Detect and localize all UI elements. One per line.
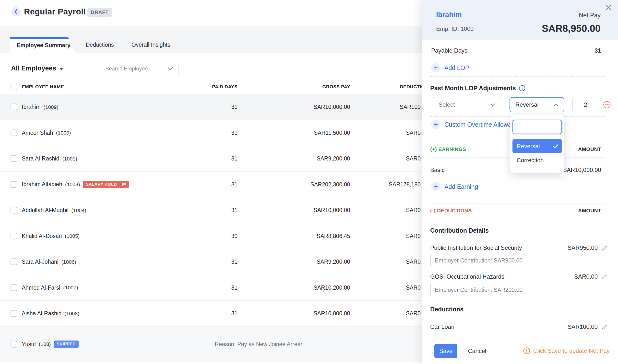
tab-overall-insights[interactable]: Overall Insights bbox=[132, 42, 170, 48]
row-checkbox[interactable] bbox=[11, 181, 17, 188]
row-checkbox[interactable] bbox=[11, 233, 17, 239]
chevron-up-icon bbox=[553, 103, 558, 106]
custom-overtime-button[interactable]: Custom Overtime Allowance bbox=[431, 120, 521, 129]
add-lop-button[interactable]: Add LOP bbox=[431, 63, 469, 72]
save-warning-text: Click Save to update Net Pay bbox=[533, 347, 610, 354]
row-checkbox[interactable] bbox=[11, 341, 17, 348]
divider bbox=[430, 76, 605, 77]
table-row[interactable]: Aisha Al-Rashid(1008) 31 SAR10,000.00 SA… bbox=[0, 301, 422, 326]
deductions-cell: SAR178,180 bbox=[389, 181, 421, 188]
table-row[interactable]: Ibrahim Alfaqieh(1003)SALARY HOLD 31 SAR… bbox=[0, 172, 422, 198]
edit-amount-button[interactable] bbox=[601, 244, 608, 251]
employee-name-cell[interactable]: Ahmed Al-Farsi(1007) bbox=[22, 284, 78, 291]
search-employee-select[interactable]: Search Employee bbox=[100, 61, 178, 76]
adjustment-type-select[interactable]: Reversal bbox=[510, 97, 564, 112]
save-button[interactable]: Save bbox=[434, 344, 457, 358]
employee-name-cell[interactable]: Ameer Shah(1000) bbox=[22, 130, 71, 136]
edit-amount-button[interactable] bbox=[601, 323, 608, 330]
deductions-cell: SAR0 bbox=[406, 259, 421, 265]
check-icon bbox=[553, 144, 558, 148]
deductions-cell: SAR100 bbox=[400, 104, 421, 110]
contribution-row-label: Public Institution for Social Security bbox=[430, 244, 522, 251]
gross-pay-cell: SAR11,500.00 bbox=[314, 130, 350, 136]
contribution-row-amount: SAR950.00 bbox=[567, 244, 598, 251]
employee-filter-dropdown[interactable]: All Employees bbox=[11, 65, 63, 72]
row-checkbox[interactable] bbox=[11, 284, 17, 291]
row-checkbox[interactable] bbox=[11, 310, 17, 317]
table-row[interactable]: Sara Al-Rashid(1001) 31 SAR9,200.00 SAR0 bbox=[0, 146, 422, 172]
column-employee-name: EMPLOYEE NAME bbox=[22, 84, 64, 90]
select-all-checkbox[interactable] bbox=[11, 84, 17, 90]
table-row[interactable]: Yusuf(108)SKIPPED Reason: Pay as New Joi… bbox=[0, 326, 422, 362]
edit-amount-button[interactable] bbox=[601, 273, 608, 280]
table-row[interactable]: Abdullah Al-Muqbil(1004) 31 SAR10,000.00… bbox=[0, 197, 422, 223]
deductions-cell: SAR0 bbox=[406, 284, 421, 291]
paid-days-cell: 31 bbox=[231, 104, 238, 110]
table-row[interactable]: Ameer Shah(1000) 31 SAR11,500.00 SAR0 bbox=[0, 120, 422, 146]
lop-month-select[interactable]: Select bbox=[433, 97, 501, 112]
row-checkbox[interactable] bbox=[11, 130, 17, 136]
menu-option-correction[interactable]: Correction bbox=[517, 157, 544, 164]
chevron-left-icon bbox=[14, 9, 18, 15]
row-checkbox[interactable] bbox=[11, 104, 17, 110]
page-header: Regular Payroll DRAFT bbox=[0, 0, 422, 26]
tab-employee-summary[interactable]: Employee Summary bbox=[10, 37, 75, 53]
employee-filter-label: All Employees bbox=[11, 65, 56, 72]
back-button[interactable] bbox=[11, 7, 21, 16]
gross-pay-cell: SAR10,000.00 bbox=[313, 207, 350, 214]
info-icon[interactable] bbox=[519, 85, 525, 91]
lop-days-input[interactable]: 2 bbox=[572, 97, 598, 112]
chevron-down-icon bbox=[167, 67, 173, 70]
row-checkbox[interactable] bbox=[11, 155, 17, 162]
table-row[interactable]: Ibrahim(1009) 31 SAR10,000.00 SAR100 bbox=[0, 94, 422, 120]
employee-name-cell[interactable]: Abdullah Al-Muqbil(1004) bbox=[22, 207, 86, 214]
earning-row-label: Basic bbox=[430, 167, 445, 173]
employee-name-cell[interactable]: Sara Al-Johani(1006) bbox=[22, 259, 76, 265]
panel-footer: Save Cancel Click Save to update Net Pay bbox=[422, 337, 618, 364]
employee-name-cell[interactable]: Ibrahim Alfaqieh(1003)SALARY HOLD bbox=[22, 181, 129, 188]
row-checkbox[interactable] bbox=[11, 207, 17, 214]
table-row[interactable]: Khalid Al-Dosari(1005) 30 SAR8,806.45 SA… bbox=[0, 223, 422, 249]
lop-month-select-value: Select bbox=[439, 101, 455, 108]
tab-deductions[interactable]: Deductions bbox=[86, 42, 114, 48]
employee-id: (1000) bbox=[56, 130, 71, 136]
row-checkbox[interactable] bbox=[11, 259, 17, 265]
salary-hold-badge[interactable]: SALARY HOLD bbox=[83, 181, 129, 188]
remove-row-button[interactable] bbox=[603, 101, 611, 109]
menu-search-input[interactable] bbox=[512, 120, 562, 134]
caret-down-icon bbox=[59, 68, 63, 70]
deductions-cell: SAR0 bbox=[406, 130, 421, 136]
employee-name-cell[interactable]: Aisha Al-Rashid(1008) bbox=[22, 310, 79, 317]
deductions-group-title: Deductions bbox=[430, 306, 463, 313]
table-row[interactable]: Sara Al-Johani(1006) 31 SAR9,200.00 SAR0 bbox=[0, 249, 422, 275]
panel-employee-name[interactable]: Ibrahim bbox=[436, 11, 462, 19]
adjustment-type-value: Reversal bbox=[515, 101, 539, 108]
comment-icon bbox=[121, 182, 126, 186]
cancel-button[interactable]: Cancel bbox=[463, 344, 491, 358]
employer-contribution-note: Employer Contribution: SAR200.00 bbox=[430, 284, 523, 296]
paid-days-cell: 31 bbox=[231, 155, 238, 162]
close-panel-button[interactable] bbox=[603, 2, 614, 13]
employee-id: (1008) bbox=[64, 311, 79, 316]
gross-pay-cell: SAR10,000.00 bbox=[313, 310, 350, 317]
gross-pay-cell: SAR9,200.00 bbox=[317, 259, 350, 265]
employee-detail-panel: Ibrahim Net Pay Emp. ID: 1009 SAR8,950.0… bbox=[422, 0, 618, 364]
gross-pay-cell: SAR8,806.45 bbox=[317, 233, 350, 239]
paid-days-cell: 31 bbox=[231, 259, 238, 265]
payable-days-value: 31 bbox=[594, 47, 601, 54]
employer-contribution-note: Employer Contribution: SAR900.00 bbox=[430, 255, 523, 266]
add-earning-button[interactable]: Add Earning bbox=[431, 182, 478, 191]
gross-pay-cell: SAR10,200.00 bbox=[313, 284, 350, 291]
minus-circle-icon bbox=[603, 101, 611, 109]
skip-reason: Reason: Pay as New Joinee Arrear bbox=[215, 341, 302, 348]
employee-name-cell[interactable]: Khalid Al-Dosari(1005) bbox=[22, 233, 80, 239]
employee-name-cell[interactable]: Yusuf(108)SKIPPED bbox=[22, 340, 79, 348]
employee-name-cell[interactable]: Ibrahim(1009) bbox=[22, 104, 58, 110]
lop-adjustments-title: Past Month LOP Adjustments bbox=[430, 85, 525, 92]
table-row[interactable]: Ahmed Al-Farsi(1007) 31 SAR10,200.00 SAR… bbox=[0, 275, 422, 301]
table-header: EMPLOYEE NAME PAID DAYS GROSS PAY DEDUCT… bbox=[0, 81, 422, 94]
menu-option-reversal[interactable]: Reversal bbox=[512, 139, 562, 153]
employee-name-cell[interactable]: Sara Al-Rashid(1001) bbox=[22, 155, 77, 162]
net-pay-label: Net Pay bbox=[579, 12, 601, 19]
adjustment-type-menu: Reversal Correction bbox=[510, 115, 564, 173]
